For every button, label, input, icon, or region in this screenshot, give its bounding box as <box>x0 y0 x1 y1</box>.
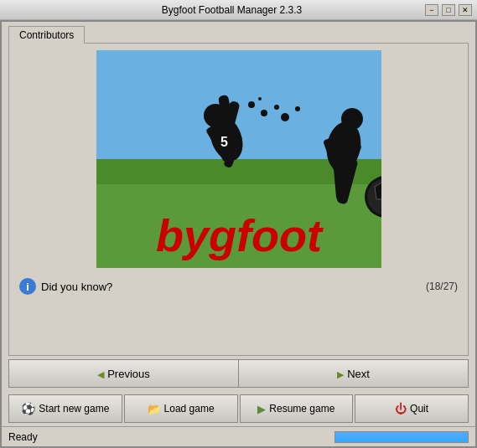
svg-text:bygfoot: bygfoot <box>156 210 324 260</box>
did-you-know-counter: (18/27) <box>426 281 458 292</box>
svg-point-24 <box>248 101 255 108</box>
status-bar: Ready <box>2 426 475 446</box>
tab-bar: Contributors <box>2 22 475 43</box>
did-you-know-bar: i Did you know? (18/27) <box>16 271 461 298</box>
svg-point-25 <box>258 97 262 100</box>
main-window: Contributors bygfoot <box>0 20 477 448</box>
next-button[interactable]: Next <box>238 359 469 388</box>
window-controls[interactable]: − □ ✕ <box>425 4 472 16</box>
load-game-button[interactable]: Load game <box>124 394 238 423</box>
info-icon: i <box>19 278 36 295</box>
fact-area <box>16 298 461 348</box>
start-new-game-button[interactable]: Start new game <box>8 394 122 423</box>
load-game-icon <box>148 403 161 415</box>
start-game-icon <box>21 402 35 415</box>
close-button[interactable]: ✕ <box>459 4 472 16</box>
svg-point-20 <box>261 110 267 116</box>
progress-bar <box>334 431 469 443</box>
logo-image: bygfoot 5 <box>96 50 381 268</box>
previous-arrow-icon <box>97 368 104 380</box>
svg-point-23 <box>295 106 300 111</box>
resume-game-icon <box>257 403 266 415</box>
did-you-know-left: i Did you know? <box>19 278 112 295</box>
content-area: bygfoot 5 <box>8 43 469 356</box>
svg-point-22 <box>281 113 289 121</box>
window-title: Bygfoot Football Manager 2.3.3 <box>39 4 425 16</box>
resume-game-label: Resume game <box>269 403 334 415</box>
svg-point-21 <box>274 105 279 110</box>
resume-game-button[interactable]: Resume game <box>240 394 354 423</box>
previous-label: Previous <box>107 368 150 380</box>
maximize-button[interactable]: □ <box>442 4 455 16</box>
title-bar: Bygfoot Football Manager 2.3.3 − □ ✕ <box>0 0 477 20</box>
next-arrow-icon <box>337 368 344 380</box>
action-buttons: Start new game Load game Resume game Qui… <box>8 394 469 423</box>
minimize-button[interactable]: − <box>425 4 438 16</box>
nav-buttons: Previous Next <box>8 359 469 388</box>
next-label: Next <box>347 368 370 380</box>
did-you-know-label: Did you know? <box>41 281 112 293</box>
svg-point-12 <box>341 108 363 130</box>
load-game-label: Load game <box>164 403 215 415</box>
quit-label: Quit <box>410 403 428 415</box>
quit-button[interactable]: Quit <box>355 394 469 423</box>
previous-button[interactable]: Previous <box>8 359 238 388</box>
progress-bar-fill <box>335 432 468 442</box>
status-text: Ready <box>8 431 38 443</box>
tab-contributors[interactable]: Contributors <box>8 26 85 44</box>
svg-text:5: 5 <box>220 135 228 149</box>
start-new-game-label: Start new game <box>39 403 109 415</box>
quit-icon <box>395 402 407 415</box>
